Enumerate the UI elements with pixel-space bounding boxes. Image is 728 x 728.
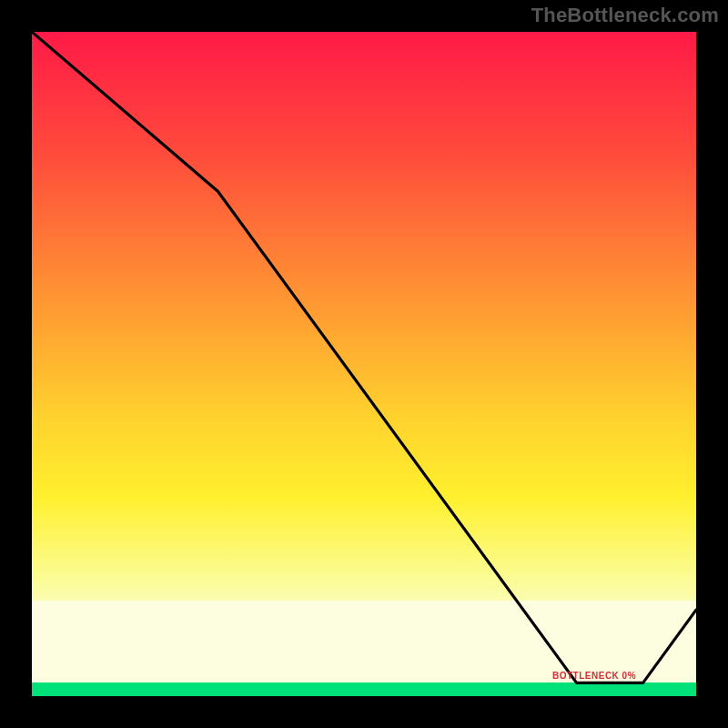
chart-stage: TheBottleneck.com BOTTLENECK 0% bbox=[0, 0, 728, 728]
watermark-text: TheBottleneck.com bbox=[531, 4, 719, 27]
data-line bbox=[32, 32, 696, 696]
plot-area: BOTTLENECK 0% bbox=[27, 27, 701, 701]
bottleneck-annotation: BOTTLENECK 0% bbox=[552, 671, 636, 681]
